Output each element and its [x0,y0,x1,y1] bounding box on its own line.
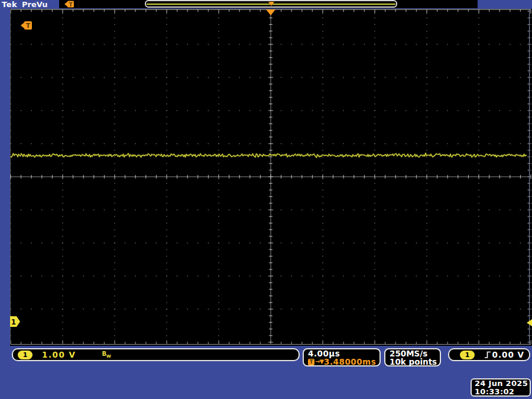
record-trigger-position-icon: T [64,1,74,8]
time-label: 10:33:02 [475,388,530,396]
acquisition-status: PreVu [22,0,48,9]
trigger-level-marker-icon[interactable] [527,319,532,327]
channel1-position-marker[interactable]: 1 [10,316,21,327]
sample-rate: 250MS/s [390,349,440,358]
trigger-delay-value: 3.48000ms [324,358,376,366]
channel1-scale: 1.00 V [42,350,76,359]
trigger-delay-readout: T→▼3.48000ms [308,358,379,366]
tek-logo: Tek [2,0,17,9]
timebase-scale: 4.00µs [308,349,379,358]
svg-text:T: T [26,22,31,30]
channel1-badge: 1 [18,351,33,359]
oscilloscope-display: T 1 [10,9,532,346]
record-view-strip: T [59,0,478,8]
record-length: 10k points [390,358,440,366]
trigger-level-value: 0.00 V [492,350,524,359]
trigger-source-badge: 1 [460,351,475,359]
offscreen-trigger-marker-icon[interactable]: T [21,21,33,30]
record-expansion-marker-icon [268,2,274,6]
expansion-point-marker-icon [266,9,275,15]
acquisition-readout[interactable]: 250MS/s 10k points [384,348,441,366]
bandwidth-limit-indicator: BW [102,351,111,359]
delay-arrow-icon: →▼ [315,358,323,366]
svg-text:T: T [69,2,73,8]
trigger-t-icon: T [308,359,314,365]
channel1-readout[interactable]: 1 1.00 V BW [12,348,300,361]
graticule [10,9,532,346]
datetime-readout: 24 Jun 2025 10:33:02 [471,378,531,397]
horizontal-readout[interactable]: 4.00µs T→▼3.48000ms [303,348,381,366]
rising-edge-icon [484,351,491,359]
date-label: 24 Jun 2025 [475,379,530,388]
trigger-readout[interactable]: 1 0.00 V [448,348,530,361]
record-window-bracket[interactable] [145,0,397,8]
svg-text:1: 1 [11,318,16,326]
